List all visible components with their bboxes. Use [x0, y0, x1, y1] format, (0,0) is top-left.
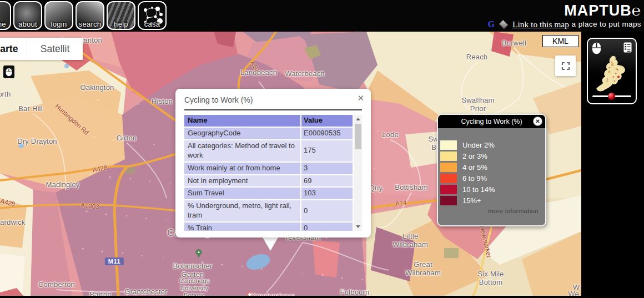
row-name: Not in employment: [184, 175, 300, 187]
row-value: 69: [301, 175, 353, 187]
legend-item: 15%+: [440, 195, 545, 206]
table-row: Work mainly at or from home3: [184, 163, 353, 174]
legend-swatch: [440, 185, 457, 194]
legend-swatch: [440, 196, 457, 205]
overview-minimap-panel[interactable]: [587, 38, 637, 104]
row-name: All categories: Method of travel to work: [184, 140, 300, 161]
nav-button-label: casa: [139, 20, 165, 28]
kml-button[interactable]: KML: [542, 35, 578, 47]
map-type-control: Karte Satellit: [0, 38, 83, 60]
link-row: G Link to this map: [488, 19, 570, 29]
nav-button-label: about: [14, 20, 41, 28]
row-value: 0: [301, 223, 353, 231]
legend-swatch: [440, 140, 457, 150]
nav-button-about[interactable]: about: [13, 1, 42, 30]
nav-button-login[interactable]: login: [44, 1, 73, 30]
google-earth-icon[interactable]: G: [488, 19, 495, 29]
link-to-this-map[interactable]: Link to this map: [512, 19, 569, 29]
nav-buttons: homeaboutloginsearchhelpcasa: [0, 1, 167, 30]
maptube-app: homeaboutloginsearchhelpcasa G Link to t…: [0, 0, 644, 298]
legend-item-label: 15%+: [462, 196, 481, 205]
table-row: Not in employment69: [184, 175, 353, 187]
popup-divider: [184, 109, 362, 110]
row-value: 0: [301, 200, 353, 221]
row-name: % Underground, metro, light rail, tram: [184, 200, 300, 221]
table-header-row: Name Value: [184, 115, 353, 127]
table-row: % Train0: [184, 223, 353, 231]
nav-button-help[interactable]: help: [107, 1, 135, 30]
mouse-icon: [6, 68, 12, 77]
legend-item-label: 10 to 14%: [462, 185, 495, 194]
scroll-up-icon: [356, 118, 360, 120]
motorway-shield: M11: [105, 257, 124, 265]
map-viewport[interactable]: Karte Satellit KML Cycling to Work (%) ✕…: [0, 32, 581, 296]
nav-button-label: home: [0, 20, 10, 28]
table-row: All categories: Method of travel to work…: [184, 140, 353, 161]
legend-item: 4 or 5%: [440, 161, 545, 173]
logo-block: MAPTUB℮ a place to put maps: [564, 3, 641, 28]
header-value: Value: [301, 115, 353, 127]
info-popup: Cycling to Work (%) ✕ Name Value Geograp…: [175, 89, 371, 238]
legend-item: 10 to 14%: [440, 184, 545, 195]
row-value: 103: [301, 188, 353, 199]
row-name: GeographyCode: [184, 128, 300, 139]
tagline: a place to put maps: [564, 20, 641, 28]
table-row: % Underground, metro, light rail, tram0: [184, 200, 353, 221]
scroll-thumb[interactable]: [355, 124, 361, 149]
legend-close-icon[interactable]: ✕: [533, 117, 542, 126]
nav-button-label: search: [77, 20, 103, 28]
maptube-logo: MAPTUB℮: [564, 3, 641, 18]
legend-swatch: [440, 174, 457, 183]
attribute-table: Name Value GeographyCodeE00090535All cat…: [184, 115, 362, 231]
minimap-england-map[interactable]: [593, 54, 630, 97]
legend-item-label: 2 or 3%: [462, 152, 487, 160]
nav-button-search[interactable]: search: [76, 1, 104, 30]
fullscreen-icon: [561, 62, 570, 70]
row-value: E00090535: [301, 128, 353, 139]
popup-title: Cycling to Work (%): [184, 95, 362, 104]
row-name: Sum Travel: [184, 188, 300, 199]
legend-item: Under 2%: [440, 139, 545, 150]
map-type-satellit-button[interactable]: Satellit: [27, 38, 83, 60]
map-type-karte-button[interactable]: Karte: [0, 38, 27, 60]
logo-text: MAPTUB: [564, 2, 632, 19]
popup-pointer: [262, 236, 279, 251]
legend-swatch: [440, 151, 457, 161]
layers-diamond-icon[interactable]: [499, 19, 509, 29]
more-information-link[interactable]: more information: [438, 208, 545, 214]
nav-button-home[interactable]: home: [0, 1, 11, 30]
row-value: 3: [301, 163, 353, 174]
legend-title: Cycling to Work (%): [461, 118, 522, 125]
scroll-down-icon: [356, 225, 360, 228]
legend-header: Cycling to Work (%) ✕: [438, 115, 545, 128]
legend-swatch: [440, 163, 457, 172]
header-name: Name: [184, 115, 300, 127]
right-sidebar: [581, 32, 644, 298]
nav-button-label: login: [46, 20, 72, 28]
fullscreen-button[interactable]: [555, 55, 576, 76]
row-name: % Train: [184, 223, 300, 231]
nav-button-casa[interactable]: casa: [138, 1, 167, 30]
legend-item-label: Under 2%: [462, 141, 495, 149]
table-row: Sum Travel103: [184, 188, 353, 199]
table-scrollbar[interactable]: [354, 115, 362, 231]
bottom-black-strip: [0, 296, 644, 298]
scroll-up-button[interactable]: [354, 115, 362, 123]
mouse-mode-button[interactable]: [3, 65, 14, 78]
legend-item: 6 to 9%: [440, 173, 545, 184]
legend-item-label: 6 to 9%: [462, 174, 487, 183]
scroll-down-button[interactable]: [354, 223, 362, 231]
logo-e-icon: ℮: [632, 2, 641, 19]
legend-item-label: 4 or 5%: [462, 163, 487, 171]
top-nav-bar: homeaboutloginsearchhelpcasa G Link to t…: [0, 0, 644, 32]
minimap-zoom-knob[interactable]: [608, 93, 615, 100]
minimap-layers-icon[interactable]: [623, 42, 632, 55]
legend-panel: Cycling to Work (%) ✕ Under 2%2 or 3%4 o…: [437, 114, 546, 226]
nav-button-label: help: [108, 20, 134, 28]
table-row: GeographyCodeE00090535: [184, 128, 353, 139]
row-value: 175: [301, 140, 353, 161]
row-name: Work mainly at or from home: [184, 163, 300, 174]
popup-close-icon[interactable]: ✕: [357, 94, 364, 102]
legend-items: Under 2%2 or 3%4 or 5%6 to 9%10 to 14%15…: [438, 139, 545, 206]
legend-item: 2 or 3%: [440, 150, 545, 161]
